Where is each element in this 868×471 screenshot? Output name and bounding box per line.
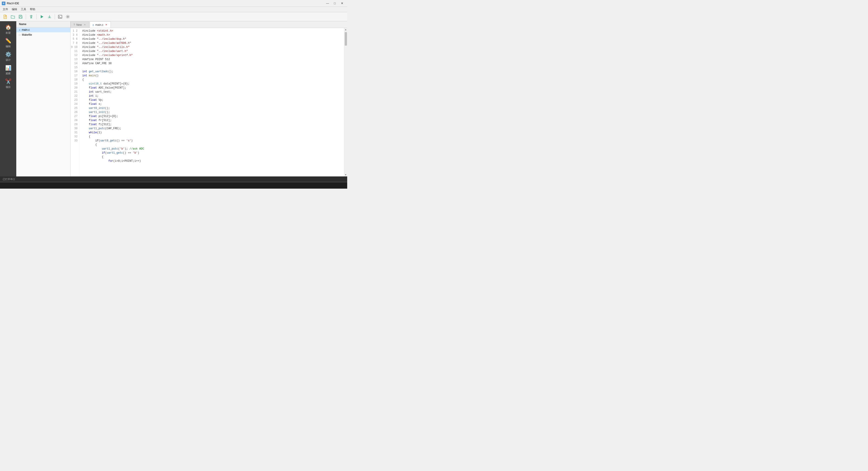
sidebar-item-welcome[interactable]: 🏠 欢迎 bbox=[1, 23, 16, 36]
scroll-up-arrow[interactable]: ▲ bbox=[344, 28, 347, 31]
sidebar: 🏠 欢迎 ✏️ 编辑 ⚙️ 设计 📊 观察 ✂️ 项目 bbox=[0, 21, 16, 176]
file-name-main-c: main.c bbox=[22, 28, 30, 31]
svg-point-10 bbox=[67, 16, 68, 18]
tab-bar: ? New ✕ c main.c ✕ bbox=[70, 21, 347, 28]
edit-icon: ✏️ bbox=[5, 38, 11, 44]
titlebar-controls: — □ ✕ bbox=[324, 1, 345, 6]
main-c-tab-icon: c bbox=[93, 24, 94, 26]
status-text: 已打开串口 bbox=[3, 177, 15, 181]
sidebar-edit-label: 编辑 bbox=[6, 45, 11, 48]
design-icon: ⚙️ bbox=[5, 52, 11, 57]
separator-2 bbox=[36, 14, 37, 20]
terminal-panel bbox=[0, 182, 347, 189]
menu-item-文件[interactable]: 文件 bbox=[1, 7, 10, 12]
close-button[interactable]: ✕ bbox=[339, 1, 345, 6]
svg-point-6 bbox=[31, 15, 32, 16]
settings-button[interactable] bbox=[64, 13, 71, 20]
menu-item-编辑[interactable]: 编辑 bbox=[10, 7, 19, 12]
toolbar bbox=[0, 12, 347, 21]
svg-rect-8 bbox=[58, 15, 62, 18]
line-numbers: 1 2 3 4 5 6 7 8 9 10 11 12 13 14 15 16 1… bbox=[70, 28, 80, 176]
code-editor: 1 2 3 4 5 6 7 8 9 10 11 12 13 14 15 16 1… bbox=[70, 28, 347, 176]
save-button[interactable] bbox=[17, 13, 24, 20]
sidebar-observe-label: 观察 bbox=[6, 72, 11, 75]
tab-main-c[interactable]: c main.c ✕ bbox=[90, 22, 111, 28]
separator-3 bbox=[55, 14, 55, 20]
tab-new-close[interactable]: ✕ bbox=[83, 23, 86, 27]
app-title: RiscV-IDE bbox=[7, 2, 19, 5]
c-file-icon: c bbox=[19, 29, 20, 31]
maximize-button[interactable]: □ bbox=[331, 1, 338, 6]
titlebar: R RiscV-IDE — □ ✕ bbox=[0, 0, 347, 7]
file-name-makefile: Makefile bbox=[22, 33, 32, 36]
separator-1 bbox=[26, 14, 26, 20]
editor-area: ? New ✕ c main.c ✕ 1 2 3 4 5 6 7 8 9 10 … bbox=[70, 21, 347, 176]
scroll-down-arrow[interactable]: ▼ bbox=[344, 173, 347, 176]
terminal-button[interactable] bbox=[57, 13, 64, 20]
menu-item-帮助[interactable]: 帮助 bbox=[28, 7, 37, 12]
app-icon: R bbox=[2, 2, 5, 5]
observe-icon: 📊 bbox=[5, 65, 11, 71]
sidebar-item-design[interactable]: ⚙️ 设计 bbox=[1, 50, 16, 63]
sidebar-item-project[interactable]: ✂️ 项目 bbox=[1, 77, 16, 90]
status-area: 已打开串口 bbox=[0, 176, 347, 182]
file-item-main-c[interactable]: c main.c bbox=[16, 27, 70, 32]
svg-marker-7 bbox=[41, 15, 43, 18]
svg-point-5 bbox=[30, 15, 31, 16]
menubar: 文件编辑工具帮助 bbox=[0, 7, 347, 12]
project-icon: ✂️ bbox=[5, 79, 11, 85]
file-item-makefile[interactable]: □ Makefile bbox=[16, 32, 70, 37]
scroll-thumb[interactable] bbox=[345, 32, 347, 46]
sidebar-item-edit[interactable]: ✏️ 编辑 bbox=[1, 37, 16, 49]
usb-button[interactable] bbox=[28, 13, 35, 20]
download-button[interactable] bbox=[46, 13, 53, 20]
scroll-track[interactable] bbox=[344, 31, 347, 173]
tab-new[interactable]: ? New ✕ bbox=[70, 22, 89, 28]
file-panel-header: Name bbox=[16, 21, 70, 27]
welcome-icon: 🏠 bbox=[5, 24, 11, 30]
vertical-scrollbar[interactable]: ▲ ▼ bbox=[344, 28, 347, 176]
mk-file-icon: □ bbox=[19, 33, 21, 36]
titlebar-left: R RiscV-IDE bbox=[2, 2, 19, 5]
sidebar-project-label: 项目 bbox=[6, 86, 11, 89]
svg-rect-3 bbox=[20, 17, 22, 18]
sidebar-welcome-label: 欢迎 bbox=[6, 31, 11, 35]
minimize-button[interactable]: — bbox=[324, 1, 331, 6]
run-button[interactable] bbox=[38, 13, 45, 20]
tab-main-c-close[interactable]: ✕ bbox=[105, 23, 108, 27]
svg-rect-4 bbox=[31, 18, 32, 18]
file-panel: Name c main.c □ Makefile bbox=[16, 21, 70, 176]
main-area: 🏠 欢迎 ✏️ 编辑 ⚙️ 设计 📊 观察 ✂️ 项目 Name c main.… bbox=[0, 21, 347, 176]
new-file-button[interactable] bbox=[2, 13, 8, 20]
code-content[interactable]: #include <stdint.h> #include <math.h> #i… bbox=[80, 28, 344, 176]
open-button[interactable] bbox=[9, 13, 16, 20]
sidebar-design-label: 设计 bbox=[6, 58, 11, 62]
sidebar-item-observe[interactable]: 📊 观察 bbox=[1, 64, 16, 76]
tab-main-c-label: main.c bbox=[95, 23, 103, 27]
new-tab-icon: ? bbox=[73, 23, 75, 27]
tab-new-label: New bbox=[76, 23, 82, 27]
menu-item-工具[interactable]: 工具 bbox=[19, 7, 28, 12]
